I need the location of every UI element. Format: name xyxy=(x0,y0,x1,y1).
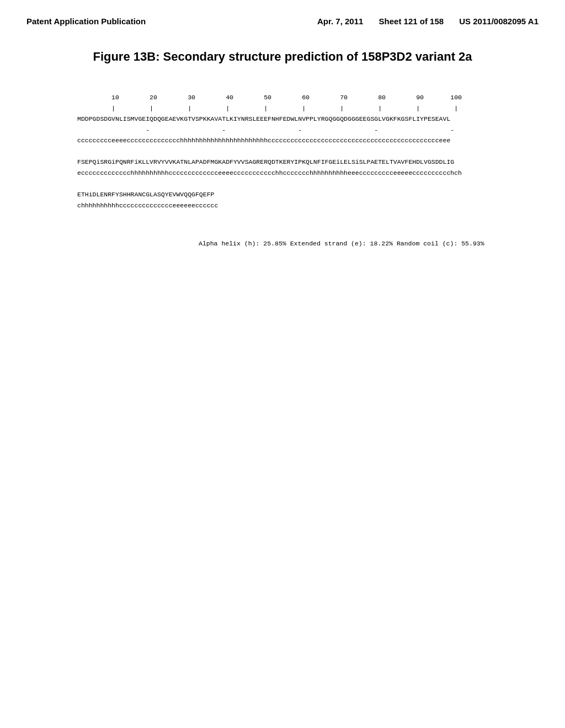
header-right-info: Apr. 7, 2011 Sheet 121 of 158 US 2011/00… xyxy=(304,15,539,27)
position-numbers: 10 20 30 40 50 60 70 80 90 100 xyxy=(77,94,462,101)
seq-row-2: FSEPQiSRGiPQNRFiKLLVRVYVVKATNLAPADFMGKAD… xyxy=(77,158,454,165)
legend: Alpha helix (h): 25.85% Extended strand … xyxy=(199,238,532,250)
content-area: 10 20 30 40 50 60 70 80 90 100 | | | | |… xyxy=(0,82,565,250)
ss-row-1: - - - - - xyxy=(77,126,466,133)
seq-row-3: ETHiDLENRFYSHHRANCGLASQYEVWVQQGFQEFP xyxy=(77,191,214,198)
publication-date: Apr. 7, 2011 xyxy=(317,15,363,27)
publication-label: Patent Application Publication xyxy=(26,15,146,27)
sequence-block: 10 20 30 40 50 60 70 80 90 100 | | | | |… xyxy=(77,82,532,222)
figure-title: Figure 13B: Secondary structure predicti… xyxy=(33,49,532,65)
cs-row-2: eccccccccccccchhhhhhhhhhccccccccccccceee… xyxy=(77,169,462,176)
cs-row-3: chhhhhhhhhhcccccccccccccceeeeeecccccc xyxy=(77,202,218,209)
page-header: Patent Application Publication Apr. 7, 2… xyxy=(0,0,565,27)
seq-row-1: MDDPGDSDGVNLISMVGEIQDQGEAEVKGTVSPKKAVATL… xyxy=(77,115,450,122)
position-dashes: | | | | | | | | | | xyxy=(77,105,458,112)
legend-ext-row: Extended strand (e): 18.22% xyxy=(290,240,393,247)
patent-number: US 2011/0082095 A1 xyxy=(459,15,539,27)
publication-text: Patent Application Publication xyxy=(26,17,146,26)
sheet-number: Sheet 121 of 158 xyxy=(379,15,444,27)
cs-row-1: ccccccccceeeecccccccccccccchhhhhhhhhhhhh… xyxy=(77,137,450,144)
legend-alpha-row: Alpha helix (h): 25.85% xyxy=(199,240,286,247)
legend-rand-row: Random coil (c): 55.93% xyxy=(397,240,484,247)
